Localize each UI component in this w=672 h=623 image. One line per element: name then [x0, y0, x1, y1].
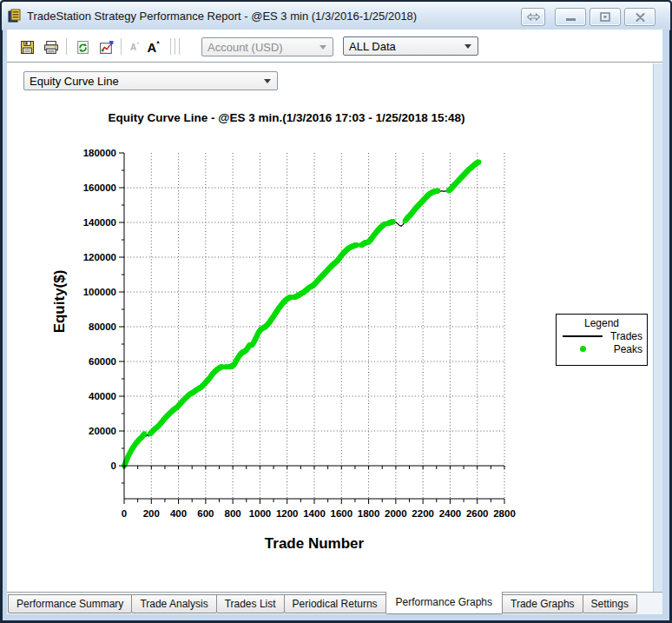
equity-curve-chart: Equity Curve Line - @ES 3 min.(1/3/2016 … [48, 100, 525, 560]
toolbar: A A Account (USD) ALL Data [7, 30, 662, 63]
save-icon [20, 40, 35, 55]
format-report-icon [99, 40, 115, 55]
y-tick-label: 140000 [83, 217, 116, 228]
y-tick-label: 80000 [89, 321, 116, 332]
graph-type-combo[interactable]: Equity Curve Line [23, 71, 278, 90]
trades-line-path [124, 162, 478, 466]
peak-dot [142, 431, 147, 436]
account-combo-value: Account (USD) [208, 41, 283, 54]
chevron-down-icon [320, 45, 326, 50]
toolbar-separator [175, 38, 175, 55]
x-tick-label: 400 [170, 508, 187, 519]
toolbar-separator [66, 38, 67, 55]
data-range-combo-value: ALL Data [349, 40, 396, 53]
y-tick-label: 160000 [83, 182, 116, 193]
x-tick-label: 1000 [249, 508, 272, 519]
toolbar-separator [170, 38, 171, 55]
gridlines [124, 153, 504, 499]
svg-text:A: A [148, 41, 157, 55]
x-axis-title: Trade Number [265, 535, 365, 552]
tab-performance-graphs[interactable]: Performance Graphs [385, 592, 503, 614]
trades-label: Trades [604, 330, 642, 342]
y-tick-label: 60000 [89, 356, 116, 367]
tab-trade-graphs[interactable]: Trade Graphs [502, 594, 583, 613]
window-title: TradeStation Strategy Performance Report… [27, 10, 417, 23]
trades-line [124, 162, 478, 466]
refresh-report-button[interactable] [73, 37, 92, 56]
peaks-label: Peaks [604, 343, 642, 355]
tab-performance-summary[interactable]: Performance Summary [8, 594, 132, 613]
x-tick-label: 0 [122, 508, 127, 519]
toolbar-separator [179, 38, 180, 55]
y-tick-label: 40000 [89, 391, 116, 401]
minimize-icon [566, 18, 576, 21]
chart-title: Equity Curve Line - @ES 3 min.(1/3/2016 … [109, 111, 465, 124]
app-icon [8, 9, 22, 23]
minimize-button[interactable] [555, 8, 586, 26]
x-tick-label: 800 [225, 508, 241, 519]
x-tick-label: 1200 [276, 508, 299, 519]
legend-title: Legend [557, 315, 647, 329]
graph-type-combo-value: Equity Curve Line [30, 75, 119, 88]
peak-dot [391, 219, 396, 224]
y-axis-title: Equity($) [51, 270, 68, 334]
x-tick-label: 1800 [358, 508, 380, 519]
close-icon [636, 13, 645, 22]
x-tick-label: 2200 [412, 508, 434, 519]
tab-trade-analysis[interactable]: Trade Analysis [131, 594, 216, 613]
y-tick-label: 120000 [83, 252, 116, 262]
save-button[interactable] [17, 37, 36, 56]
tab-trades-list[interactable]: Trades List [216, 594, 285, 613]
x-tick-label: 1400 [303, 508, 326, 519]
trades-line-sample [561, 335, 604, 337]
content-scroll-gutter [653, 63, 662, 592]
x-tick-label: 1600 [330, 508, 352, 519]
chevron-down-icon [264, 79, 271, 83]
increase-font-icon: A [146, 39, 161, 55]
legend-row-peaks: Peaks [557, 342, 647, 355]
data-range-combo[interactable]: ALL Data [343, 36, 478, 56]
peak-dot [353, 242, 359, 248]
axes [119, 153, 504, 504]
double-arrow-icon [527, 13, 540, 21]
refresh-report-icon [76, 40, 90, 55]
legend-row-trades: Trades [557, 329, 647, 342]
increase-font-button[interactable]: A [144, 37, 163, 56]
peak-dot [435, 189, 440, 194]
y-tick-label: 180000 [83, 148, 116, 158]
peaks-dot-sample [561, 346, 604, 352]
toolbar-separator [121, 38, 122, 55]
peaks-dots [122, 160, 482, 469]
peak-dot [476, 160, 481, 165]
x-tick-label: 2400 [439, 508, 462, 519]
y-tick-label: 20000 [89, 426, 116, 436]
x-tick-label: 600 [197, 508, 214, 519]
tab-periodical-returns[interactable]: Periodical Returns [284, 594, 386, 613]
x-tick-label: 2600 [466, 508, 489, 519]
tick-labels: 0200004000060000800001000001200001400001… [83, 148, 516, 519]
tab-settings[interactable]: Settings [583, 594, 637, 613]
print-button[interactable] [42, 37, 61, 56]
chevron-down-icon [464, 44, 471, 49]
window: TradeStation Strategy Performance Report… [0, 0, 672, 623]
svg-text:A: A [130, 43, 136, 52]
x-tick-label: 200 [143, 508, 160, 519]
legend-box: Legend Trades Peaks [556, 314, 648, 366]
decrease-font-icon: A [128, 40, 142, 54]
close-button[interactable] [624, 8, 656, 26]
x-tick-label: 2000 [385, 508, 407, 519]
y-tick-label: 100000 [83, 287, 116, 297]
maximize-icon [600, 12, 610, 22]
x-tick-label: 2800 [493, 508, 516, 519]
title-bar: TradeStation Strategy Performance Report… [2, 2, 670, 30]
y-tick-label: 0 [111, 461, 116, 471]
print-icon [43, 40, 59, 55]
maximize-button[interactable] [590, 8, 621, 26]
account-combo[interactable]: Account (USD) [201, 37, 333, 56]
tab-strip: Performance SummaryTrade AnalysisTrades … [7, 592, 662, 614]
shortcut-button[interactable] [521, 8, 545, 26]
format-report-button[interactable] [97, 37, 116, 56]
decrease-font-button[interactable]: A [125, 37, 144, 56]
